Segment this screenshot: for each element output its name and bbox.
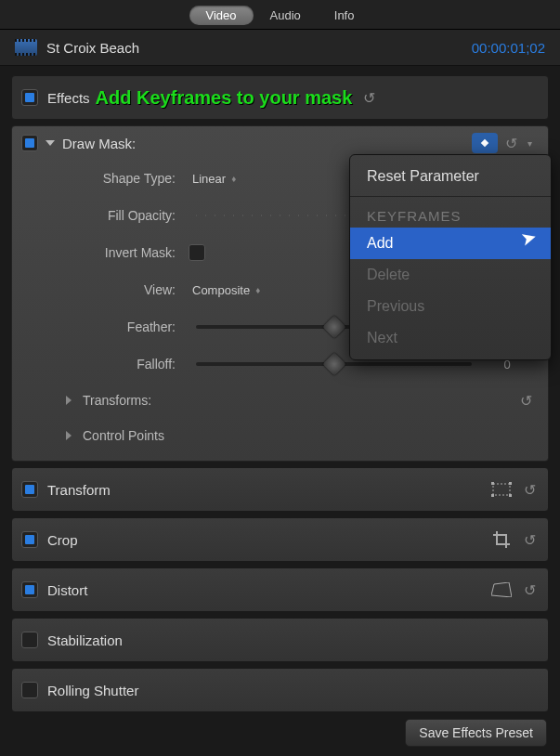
transforms-label: Transforms:	[83, 393, 151, 408]
draw-mask-section: Draw Mask: ↺ ▾ Reset Parameter KEYFRAMES…	[11, 125, 549, 462]
dropdown-caret-icon: ♦	[231, 174, 236, 184]
falloff-slider[interactable]	[196, 362, 472, 366]
svg-rect-0	[481, 139, 488, 147]
stabilization-label: Stabilization	[47, 632, 539, 648]
menu-separator	[350, 196, 551, 197]
transform-section[interactable]: Transform ↺	[11, 467, 549, 512]
save-effects-preset-button[interactable]: Save Effects Preset	[405, 719, 547, 747]
falloff-label: Falloff:	[12, 357, 189, 371]
rolling-shutter-section[interactable]: Rolling Shutter	[11, 668, 549, 712]
tab-info[interactable]: Info	[318, 6, 371, 25]
rolling-shutter-label: Rolling Shutter	[47, 683, 539, 698]
transform-label: Transform	[47, 482, 488, 498]
control-points-label: Control Points	[83, 428, 164, 443]
effects-header: Effects Add Keyframes to your mask ↺	[11, 75, 549, 120]
svg-rect-5	[509, 494, 512, 497]
stabilization-section[interactable]: Stabilization	[11, 618, 549, 662]
view-value: Composite	[192, 283, 250, 297]
crop-section[interactable]: Crop ↺	[11, 517, 549, 562]
distort-section[interactable]: Distort ↺	[11, 567, 549, 612]
disclosure-triangle-icon[interactable]	[66, 431, 72, 440]
effects-enable-checkbox[interactable]	[21, 89, 38, 106]
view-dropdown[interactable]: Composite ♦	[189, 283, 264, 297]
menu-previous-keyframe: Previous	[350, 291, 551, 322]
transforms-reset-icon[interactable]: ↺	[516, 392, 535, 410]
disclosure-triangle-icon[interactable]	[66, 396, 72, 405]
svg-rect-2	[491, 482, 494, 485]
menu-delete-keyframe: Delete	[350, 259, 551, 291]
draw-mask-enable-checkbox[interactable]	[21, 135, 38, 151]
shape-type-value: Linear	[192, 172, 226, 186]
transform-enable-checkbox[interactable]	[21, 481, 38, 498]
crop-tool-icon[interactable]	[488, 530, 514, 549]
svg-rect-4	[491, 494, 494, 497]
shape-type-label: Shape Type:	[12, 171, 189, 186]
svg-rect-3	[509, 482, 512, 485]
keyframe-context-menu: Reset Parameter KEYFRAMES Add Delete Pre…	[349, 154, 552, 360]
disclosure-triangle-icon[interactable]	[46, 140, 55, 146]
clip-icon	[15, 39, 37, 56]
svg-rect-1	[493, 484, 510, 495]
crop-label: Crop	[47, 532, 488, 548]
transform-tool-icon[interactable]	[488, 480, 514, 499]
annotation-text: Add Keyframes to your mask	[96, 87, 353, 109]
menu-reset-parameter[interactable]: Reset Parameter	[350, 161, 551, 192]
fill-opacity-label: Fill Opacity:	[12, 208, 189, 223]
rolling-shutter-enable-checkbox[interactable]	[21, 682, 38, 698]
shape-type-dropdown[interactable]: Linear ♦	[189, 172, 240, 186]
menu-next-keyframe: Next	[350, 322, 551, 354]
keyframe-button[interactable]	[472, 133, 498, 153]
invert-mask-label: Invert Mask:	[12, 245, 189, 260]
invert-mask-checkbox[interactable]	[189, 244, 205, 261]
stabilization-enable-checkbox[interactable]	[21, 632, 38, 648]
clip-name: St Croix Beach	[46, 40, 472, 56]
clip-timecode: 00:00:01;02	[472, 40, 545, 56]
feather-label: Feather:	[12, 319, 189, 334]
clip-header: St Croix Beach 00:00:01;02	[0, 30, 560, 66]
tab-audio[interactable]: Audio	[254, 6, 318, 25]
draw-mask-label: Draw Mask:	[62, 136, 472, 151]
menu-keyframes-heading: KEYFRAMES	[350, 201, 551, 228]
effects-reset-icon[interactable]: ↺	[359, 89, 378, 107]
diamond-icon	[478, 137, 491, 150]
distort-enable-checkbox[interactable]	[21, 581, 38, 598]
control-points-row[interactable]: Control Points	[12, 418, 548, 453]
transforms-row[interactable]: Transforms: ↺	[12, 383, 548, 418]
draw-mask-menu-chevron-icon[interactable]: ▾	[520, 138, 539, 149]
crop-enable-checkbox[interactable]	[21, 531, 38, 548]
dropdown-caret-icon: ♦	[255, 285, 260, 295]
distort-label: Distort	[47, 582, 488, 598]
footer: Save Effects Preset	[405, 719, 547, 747]
effects-label: Effects	[47, 90, 90, 106]
transform-reset-icon[interactable]: ↺	[520, 481, 539, 499]
draw-mask-reset-icon[interactable]: ↺	[501, 135, 520, 152]
distort-reset-icon[interactable]: ↺	[520, 581, 539, 599]
crop-reset-icon[interactable]: ↺	[520, 531, 539, 549]
inspector-tabs: Video Audio Info	[0, 0, 560, 30]
svg-marker-6	[491, 582, 512, 597]
distort-tool-icon[interactable]	[488, 580, 514, 599]
view-label: View:	[12, 282, 189, 297]
tab-video[interactable]: Video	[189, 6, 254, 25]
